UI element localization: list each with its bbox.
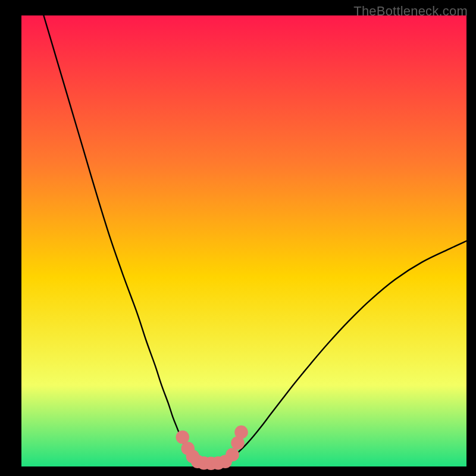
chart-stage: TheBottleneck.com (0, 0, 476, 476)
chart-svg (0, 0, 476, 476)
data-marker (226, 448, 239, 462)
plot-background (21, 15, 466, 466)
watermark-text: TheBottleneck.com (353, 4, 468, 19)
data-marker (234, 425, 248, 439)
